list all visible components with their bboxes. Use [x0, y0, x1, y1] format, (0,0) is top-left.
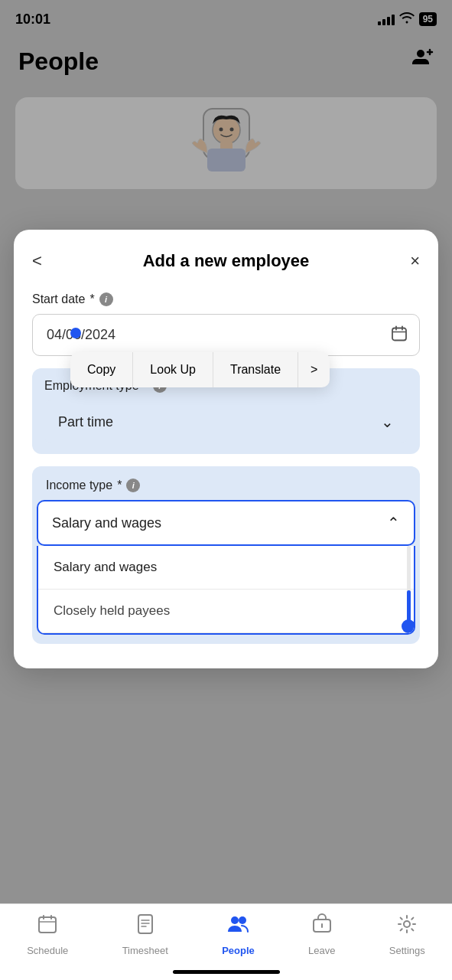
bottom-navigation: Schedule Timesheet People	[0, 903, 452, 980]
modal-close-button[interactable]: ×	[410, 251, 420, 271]
timesheet-label: Timesheet	[122, 945, 168, 956]
svg-rect-9	[392, 328, 406, 340]
context-menu-lookup[interactable]: Look Up	[133, 352, 213, 387]
modal-back-button[interactable]: <	[32, 251, 42, 271]
calendar-icon[interactable]	[391, 325, 408, 345]
leave-label: Leave	[308, 945, 335, 956]
income-type-label: Income type * i	[32, 466, 420, 500]
income-type-dropdown-header[interactable]: Salary and wages ⌃	[37, 500, 415, 546]
income-option-closely-held[interactable]: Closely held payees	[38, 590, 414, 633]
income-section-bottom-spacing	[32, 635, 420, 644]
schedule-icon	[37, 913, 58, 940]
nav-schedule[interactable]: Schedule	[27, 913, 68, 956]
nav-timesheet[interactable]: Timesheet	[122, 913, 168, 956]
start-date-label: Start date * i	[32, 292, 420, 306]
income-chevron-up-icon: ⌃	[387, 514, 400, 532]
income-options-list: Salary and wages Closely held payees	[37, 546, 415, 635]
people-icon	[226, 913, 249, 940]
nav-people[interactable]: People	[222, 913, 255, 956]
income-option-salary[interactable]: Salary and wages	[38, 546, 414, 590]
modal-header: < Add a new employee ×	[32, 251, 420, 271]
context-menu-more[interactable]: >	[298, 352, 330, 387]
modal-title: Add a new employee	[143, 251, 310, 271]
employment-chevron-icon: ⌄	[381, 413, 394, 431]
context-menu: Copy Look Up Translate >	[70, 352, 330, 387]
nav-leave[interactable]: Leave	[308, 913, 335, 956]
scroll-handle-dot	[402, 619, 415, 633]
people-label: People	[222, 945, 255, 956]
income-type-value: Salary and wages	[52, 515, 161, 531]
timesheet-icon	[135, 913, 156, 940]
settings-icon	[396, 913, 418, 940]
context-menu-translate[interactable]: Translate	[213, 352, 298, 387]
start-date-input[interactable]: 04/06/2024	[32, 314, 420, 356]
context-menu-copy[interactable]: Copy	[70, 352, 133, 387]
settings-label: Settings	[389, 945, 425, 956]
home-indicator	[173, 970, 280, 974]
svg-point-25	[404, 921, 410, 927]
modal-overlay: < Add a new employee × Start date * i 04…	[0, 0, 452, 980]
income-type-section: Income type * i Salary and wages ⌃ Salar…	[32, 466, 420, 644]
leave-icon	[311, 913, 333, 940]
start-date-info-icon[interactable]: i	[99, 292, 113, 306]
svg-point-21	[231, 916, 239, 924]
schedule-label: Schedule	[27, 945, 68, 956]
svg-point-22	[239, 916, 246, 924]
employment-type-select[interactable]: Part time ⌄	[44, 400, 408, 443]
modal: < Add a new employee × Start date * i 04…	[14, 230, 438, 668]
date-input-wrapper: 04/06/2024	[32, 314, 420, 356]
nav-settings[interactable]: Settings	[389, 913, 425, 956]
svg-rect-13	[39, 917, 56, 933]
text-selection-handle-left	[70, 328, 81, 338]
income-info-icon[interactable]: i	[126, 479, 140, 492]
svg-rect-17	[138, 915, 152, 933]
